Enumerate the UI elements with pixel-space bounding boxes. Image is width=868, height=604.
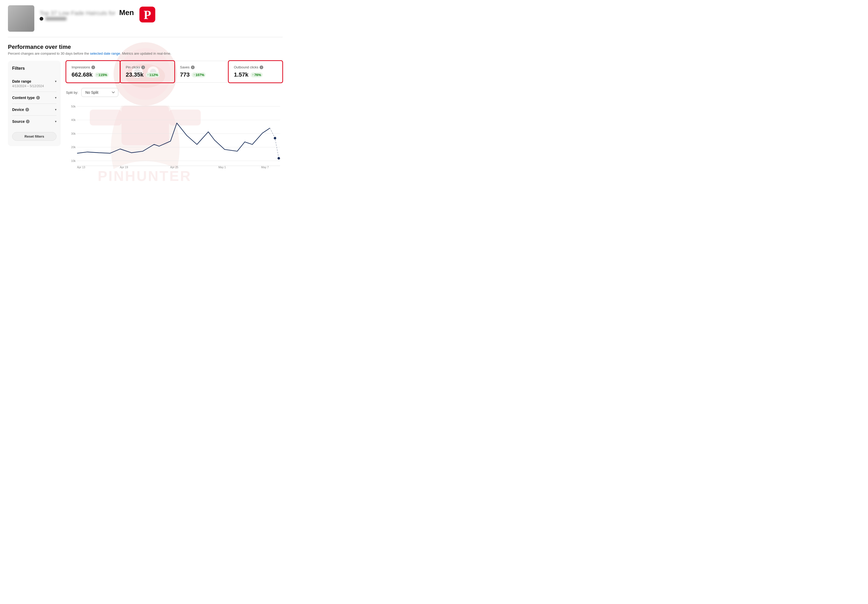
metric-saves-value: 773 — [180, 71, 190, 78]
section-subtitle: Percent changes are compared to 30 days … — [8, 51, 282, 56]
metric-impressions-change: ↑ 115% — [95, 72, 109, 78]
filters-title: Filters — [12, 66, 56, 71]
metric-outbound-clicks-label: Outbound clicks i — [234, 65, 277, 69]
split-by-label: Split by: — [66, 91, 78, 95]
filter-content-type-label: Content type i — [12, 96, 40, 100]
account-info — [40, 17, 134, 20]
chart-line-main — [77, 123, 270, 153]
svg-text:10k: 10k — [71, 160, 76, 162]
metric-pin-clicks-change: ↑ 112% — [146, 72, 160, 78]
header-section: Top 37 Low Fade Haircuts for Men P — [8, 5, 282, 37]
arrow-up-icon-2: ↑ — [147, 73, 149, 77]
metric-pin-clicks-value-row: 23.35k ↑ 112% — [126, 71, 169, 78]
section-title: Performance over time — [8, 43, 282, 50]
metric-impressions-value: 662.68k — [71, 71, 93, 78]
svg-text:P: P — [144, 8, 151, 22]
chart-line-dashed — [270, 128, 279, 158]
metric-impressions-value-row: 662.68k ↑ 115% — [71, 71, 115, 78]
metric-saves-value-row: 773 ↑ 107% — [180, 71, 223, 78]
pin-clicks-info-icon: i — [141, 65, 145, 69]
filter-date-range-value: 4/13/2024 – 5/12/2024 — [12, 84, 56, 88]
filter-source[interactable]: Source i ▾ — [12, 116, 56, 127]
metric-pin-clicks-label: Pin clicks i — [126, 65, 169, 69]
arrow-up-icon-3: ↑ — [193, 73, 195, 77]
chevron-down-icon: ▾ — [55, 79, 56, 83]
arrow-up-icon-4: ↑ — [252, 73, 254, 77]
metric-card-impressions[interactable]: Impressions i 662.68k ↑ 115% — [65, 60, 121, 83]
arrow-up-icon: ↑ — [96, 73, 98, 77]
chart-dot-2 — [277, 157, 280, 160]
svg-text:30k: 30k — [71, 132, 76, 135]
content-type-info-icon: i — [36, 96, 40, 99]
metric-saves-change: ↑ 107% — [192, 72, 206, 78]
filter-content-type-row[interactable]: Content type i ▾ — [12, 96, 56, 100]
metric-card-saves[interactable]: Saves i 773 ↑ 107% — [175, 61, 228, 83]
filter-date-range-row[interactable]: Date range ▾ — [12, 79, 56, 84]
filters-panel: Filters Date range ▾ 4/13/2024 – 5/12/20… — [8, 61, 61, 146]
svg-text:50k: 50k — [71, 105, 76, 108]
svg-text:Apr 25: Apr 25 — [170, 166, 178, 169]
svg-text:Apr 13: Apr 13 — [77, 166, 85, 169]
split-by-row: Split by: No Split Device Content type S… — [66, 88, 282, 97]
header-info: Top 37 Low Fade Haircuts for Men P — [40, 5, 157, 24]
chevron-down-icon-content: ▾ — [55, 96, 56, 99]
right-content: Impressions i 662.68k ↑ 115% Pin click — [66, 61, 282, 175]
reset-filters-button[interactable]: Reset filters — [12, 132, 56, 141]
metric-card-pin-clicks[interactable]: Pin clicks i 23.35k ↑ 112% — [119, 60, 175, 83]
saves-info-icon: i — [191, 65, 195, 69]
svg-text:May 7: May 7 — [261, 166, 269, 169]
filter-source-label: Source i — [12, 120, 29, 124]
chevron-down-icon-source: ▾ — [55, 120, 56, 123]
metric-impressions-label: Impressions i — [71, 65, 115, 69]
filter-source-row[interactable]: Source i ▾ — [12, 120, 56, 124]
outbound-clicks-info-icon: i — [260, 65, 263, 69]
split-by-select[interactable]: No Split Device Content type Source — [81, 88, 118, 97]
filter-device-row[interactable]: Device i ▾ — [12, 107, 56, 112]
pinterest-logo: P — [138, 5, 157, 24]
filter-date-range[interactable]: Date range ▾ 4/13/2024 – 5/12/2024 — [12, 76, 56, 92]
svg-text:May 1: May 1 — [219, 166, 226, 169]
metric-saves-label: Saves i — [180, 65, 223, 69]
impressions-info-icon: i — [91, 65, 95, 69]
metric-outbound-clicks-change: ↑ 76% — [251, 72, 263, 78]
page-title: Top 37 Low Fade Haircuts for Men — [40, 8, 134, 17]
svg-text:20k: 20k — [71, 146, 76, 149]
device-info-icon: i — [25, 108, 29, 112]
chart-svg: 50k 40k 30k 20k 10k — [66, 101, 282, 175]
metrics-row: Impressions i 662.68k ↑ 115% Pin click — [66, 61, 282, 83]
metric-pin-clicks-value: 23.35k — [126, 71, 143, 78]
chevron-down-icon-device: ▾ — [55, 108, 56, 112]
filter-device[interactable]: Device i ▾ — [12, 104, 56, 116]
chart-dot-1 — [274, 137, 276, 140]
filter-content-type[interactable]: Content type i ▾ — [12, 92, 56, 104]
metric-outbound-clicks-value: 1.57k — [234, 71, 248, 78]
metric-card-outbound-clicks[interactable]: Outbound clicks i 1.57k ↑ 76% — [228, 60, 283, 83]
source-info-icon: i — [26, 120, 29, 123]
filter-date-range-label: Date range — [12, 79, 31, 84]
svg-text:40k: 40k — [71, 119, 76, 121]
metric-outbound-clicks-value-row: 1.57k ↑ 76% — [234, 71, 277, 78]
chart-container: 50k 40k 30k 20k 10k — [66, 101, 282, 175]
avatar — [8, 5, 34, 32]
svg-text:Apr 19: Apr 19 — [120, 166, 128, 169]
main-layout: Filters Date range ▾ 4/13/2024 – 5/12/20… — [8, 61, 282, 175]
filter-device-label: Device i — [12, 107, 29, 112]
